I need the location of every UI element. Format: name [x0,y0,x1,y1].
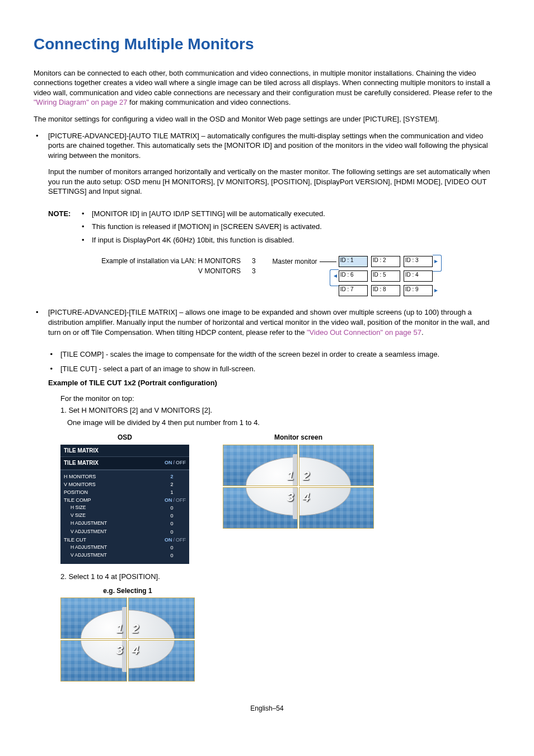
tile-comp-text: [TILE COMP] - scales the image to compen… [60,349,439,360]
example-step-detail: One image will be divided by 4 then put … [60,418,500,428]
monitor-screen-caption: Monitor screen [223,433,374,442]
monitor-cell: ID : 3 [404,256,433,267]
osd-settings-paragraph: The monitor settings for configuring a v… [34,114,500,124]
bullet-dot: • [34,131,48,203]
osd-caption: OSD [60,433,189,442]
tile-cut-text: [TILE CUT] - select a part of an image t… [60,364,255,374]
osd-row: TILE COMPON/OFF [64,496,186,504]
monitor-id-grid: ID : 1 ID : 2 ID : 3 ID : 6 ID : 5 ID : … [339,256,433,296]
install-example-label: Example of installation via LAN: H MONIT… [101,256,255,276]
note-label: NOTE: [48,209,82,249]
bullet-dot: • [82,222,92,232]
note-item: If input is DisplayPort 4K (60Hz) 10bit,… [92,235,294,245]
osd-row: V ADJUSTMENT0 [64,528,186,536]
auto-setup-text: Input the number of monitors arranged ho… [48,167,500,197]
tile-matrix-text: [PICTURE-ADVANCED]-[TILE MATRIX] – allow… [48,307,500,337]
monitor-cell: ID : 5 [371,270,400,282]
osd-panel: TILE MATRIX TILE MATRIX ON/OFF H MONITOR… [60,445,189,564]
osd-row: V MONITORS2 [64,480,186,488]
example-step: 1. Set H MONITORS [2] and V MONITORS [2]… [60,405,500,416]
monitor-cell: ID : 8 [371,285,400,296]
wiring-loop [433,255,442,272]
bullet-dot: • [82,235,92,245]
wiring-loop [330,269,339,286]
osd-header: TILE MATRIX [60,445,189,458]
example-step: 2. Select 1 to 4 at [POSITION]. [60,572,500,582]
bullet-dot: • [34,364,60,374]
osd-row: V ADJUSTMENT0 [64,552,186,559]
page-footer: English–54 [34,704,500,713]
leader-line [320,262,336,262]
osd-subheader: TILE MATRIX ON/OFF [60,457,189,470]
wiring-diagram-link[interactable]: "Wiring Diagram" on page 27 [34,98,127,106]
bullet-dot: • [34,307,48,344]
osd-row: H ADJUSTMENT0 [64,520,186,528]
selecting-caption: e.g. Selecting 1 [60,586,195,595]
master-monitor-label: Master monitor [273,256,317,266]
monitor-cell: ID : 1 [339,256,368,267]
osd-row: H MONITORS2 [64,473,186,480]
monitor-cell: ID : 7 [339,285,368,296]
osd-row: TILE CUTON/OFF [64,536,186,544]
note-item: This function is released if [MOTION] in… [92,222,322,232]
note-item: [MONITOR ID] in [AUTO ID/IP SETTING] wil… [92,209,325,219]
bullet-dot: • [34,349,60,360]
monitor-cell: ID : 9 [404,285,433,296]
auto-tile-matrix-text: [PICTURE-ADVANCED]-[AUTO TILE MATRIX] – … [48,131,500,161]
selecting-figure: 1 2 3 4 [60,598,195,682]
osd-row: H ADJUSTMENT0 [64,544,186,552]
monitor-cell: ID : 4 [404,270,433,282]
osd-row: V SIZE0 [64,512,186,520]
monitor-screen-figure: 1 2 3 4 [223,445,374,529]
page-title: Connecting Multiple Monitors [34,34,500,55]
example-top-label: For the monitor on top: [60,394,500,404]
monitor-cell: ID : 6 [339,270,368,282]
osd-row: H SIZE0 [64,504,186,512]
example-heading: Example of TILE CUT 1x2 (Portrait config… [34,378,500,388]
video-out-link[interactable]: "Video Out Connection" on page 57 [307,328,421,337]
monitor-cell: ID : 2 [371,256,400,267]
intro-paragraph: Monitors can be connected to each other,… [34,68,500,108]
bullet-dot: • [82,209,92,219]
osd-row: POSITION1 [64,488,186,496]
